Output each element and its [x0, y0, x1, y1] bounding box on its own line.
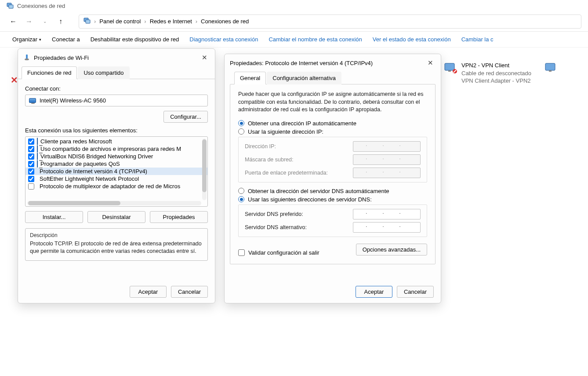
- dns-alt-input[interactable]: . . .: [353, 222, 421, 233]
- list-item[interactable]: Programador de paquetes QoS: [25, 160, 207, 168]
- checkbox-icon: [238, 249, 245, 256]
- radio-icon: [238, 196, 244, 202]
- radio-label: Usar la siguiente dirección IP:: [248, 128, 323, 135]
- connection-name: VPN2 - VPN Client: [461, 62, 531, 69]
- accept-button[interactable]: Aceptar: [130, 286, 167, 298]
- adapter-selector[interactable]: Intel(R) Wireless-AC 9560: [25, 95, 208, 106]
- radio-ip-manual[interactable]: Usar la siguiente dirección IP:: [238, 128, 427, 135]
- connect-to-action[interactable]: Conectar a: [52, 36, 80, 43]
- svg-rect-1: [9, 5, 13, 8]
- gateway-label: Puerta de enlace predeterminada:: [245, 170, 353, 176]
- tab-funciones-de-red[interactable]: Funciones de red: [22, 66, 77, 79]
- list-item[interactable]: Protocolo de multiplexor de adaptador de…: [25, 183, 207, 190]
- back-button[interactable]: ←: [7, 15, 20, 28]
- properties-button[interactable]: Propiedades: [150, 211, 208, 223]
- svg-rect-8: [545, 63, 555, 70]
- item-label: Cliente para redes Microsoft: [40, 138, 112, 145]
- subnet-mask-label: Máscara de subred:: [245, 157, 353, 163]
- radio-ip-auto[interactable]: Obtener una dirección IP automáticamente: [238, 120, 427, 127]
- svg-rect-4: [445, 63, 454, 70]
- crumb-root[interactable]: Panel de control: [99, 18, 141, 25]
- chevron-right-icon: ›: [144, 18, 146, 25]
- up-button[interactable]: ↑: [54, 15, 67, 28]
- dns-preferred-label: Servidor DNS preferido:: [245, 211, 353, 217]
- protocol-icon: [37, 161, 38, 167]
- crumb-mid[interactable]: Redes e Internet: [150, 18, 192, 25]
- gateway-input: . . .: [353, 168, 421, 178]
- list-item[interactable]: Cliente para redes Microsoft: [25, 138, 207, 145]
- organize-menu[interactable]: Organizar: [12, 36, 41, 43]
- description-label: Descripción: [30, 232, 203, 238]
- dns-preferred-input[interactable]: . . .: [353, 209, 421, 219]
- close-button[interactable]: ✕: [425, 58, 436, 68]
- connection-partial[interactable]: [544, 62, 557, 85]
- list-item[interactable]: SoftEther Lightweight Network Protocol: [25, 175, 207, 183]
- control-panel-icon: [83, 17, 91, 26]
- network-elements-listbox[interactable]: Cliente para redes MicrosoftUso comparti…: [25, 136, 208, 207]
- cancel-button[interactable]: Cancelar: [171, 286, 208, 298]
- diagnose-action[interactable]: Diagnosticar esta conexión: [189, 36, 258, 43]
- rename-action[interactable]: Cambiar el nombre de esta conexión: [269, 36, 362, 43]
- vertical-scrollbar[interactable]: [202, 139, 207, 200]
- connection-vpn2[interactable]: VPN2 - VPN Client Cable de red desconect…: [444, 62, 531, 85]
- item-label: SoftEther Lightweight Network Protocol: [40, 175, 139, 182]
- svg-rect-3: [86, 20, 90, 23]
- item-checkbox[interactable]: [28, 176, 34, 182]
- tab-uso-compartido[interactable]: Uso compartido: [78, 66, 129, 79]
- dialog-title: Propiedades de Wi-Fi: [34, 55, 196, 61]
- connection-status: Cable de red desconectado: [461, 69, 531, 77]
- validate-checkbox[interactable]: Validar configuración al salir: [238, 249, 319, 256]
- radio-icon: [238, 188, 244, 194]
- forward-button[interactable]: →: [22, 15, 36, 28]
- description-box: Descripción Protocolo TCP/IP. El protoco…: [25, 228, 208, 261]
- intro-text: Puede hacer que la configuración IP se a…: [238, 91, 427, 114]
- breadcrumb[interactable]: › Panel de control › Redes e Internet › …: [79, 15, 581, 29]
- advanced-options-button[interactable]: Opciones avanzadas...: [356, 244, 427, 256]
- view-status-action[interactable]: Ver el estado de esta conexión: [373, 36, 451, 43]
- cancel-button[interactable]: Cancelar: [397, 286, 434, 298]
- radio-dns-manual[interactable]: Usar las siguientes direcciones de servi…: [238, 196, 427, 203]
- history-dropdown[interactable]: ⌄: [38, 15, 51, 28]
- item-checkbox[interactable]: [28, 146, 34, 152]
- item-checkbox[interactable]: [28, 168, 34, 175]
- item-checkbox[interactable]: [28, 139, 34, 145]
- network-adapter-icon: [444, 62, 458, 76]
- tab-alt-config[interactable]: Configuración alternativa: [267, 72, 341, 84]
- dialog-title: Propiedades: Protocolo de Internet versi…: [230, 60, 421, 66]
- explorer-toolbar: Organizar Conectar a Deshabilitar este d…: [0, 32, 588, 47]
- radio-label: Obtener una dirección IP automáticamente: [248, 120, 356, 127]
- radio-label: Obtener la dirección del servidor DNS au…: [248, 188, 389, 194]
- svg-rect-10: [26, 55, 28, 59]
- list-item[interactable]: Uso compartido de archivos e impresoras …: [25, 145, 207, 153]
- list-item[interactable]: VirtualBox NDIS6 Bridged Networking Driv…: [25, 153, 207, 160]
- install-button[interactable]: Instalar...: [25, 211, 83, 223]
- item-label: Protocolo de Internet versión 4 (TCP/IPv…: [40, 168, 147, 175]
- item-checkbox[interactable]: [28, 153, 34, 160]
- monitor-icon: [29, 98, 36, 103]
- list-item[interactable]: Protocolo de Internet versión 4 (TCP/IPv…: [25, 168, 207, 175]
- radio-icon: [238, 128, 244, 135]
- uninstall-button[interactable]: Desinstalar: [87, 211, 145, 223]
- close-button[interactable]: ✕: [199, 52, 210, 63]
- crumb-leaf[interactable]: Conexiones de red: [201, 18, 249, 25]
- network-connections-icon: [7, 2, 14, 9]
- subnet-mask-input: . . .: [353, 154, 421, 165]
- chevron-right-icon: ›: [196, 18, 197, 25]
- item-checkbox[interactable]: [28, 161, 34, 167]
- radio-label: Usar las siguientes direcciones de servi…: [248, 196, 372, 203]
- elements-label: Esta conexión usa los siguientes element…: [25, 127, 208, 134]
- disable-device-action[interactable]: Deshabilitar este dispositivo de red: [91, 36, 179, 43]
- change-action-truncated[interactable]: Cambiar la c: [461, 36, 494, 43]
- explorer-titlebar: Conexiones de red: [0, 0, 588, 11]
- item-checkbox[interactable]: [28, 183, 34, 190]
- horizontal-scrollbar[interactable]: [27, 201, 201, 205]
- ip-fields-group: Dirección IP: . . . Máscara de subred: .…: [238, 137, 427, 183]
- monitor-icon: [37, 138, 38, 145]
- adapter-name: Intel(R) Wireless-AC 9560: [40, 97, 106, 104]
- tab-general[interactable]: General: [234, 72, 266, 84]
- radio-dns-auto[interactable]: Obtener la dirección del servidor DNS au…: [238, 188, 427, 194]
- accept-button[interactable]: Aceptar: [356, 286, 392, 298]
- connection-adapter: VPN Client Adapter - VPN2: [461, 77, 531, 85]
- chevron-right-icon: ›: [94, 18, 96, 25]
- configure-button[interactable]: Configurar...: [163, 111, 208, 123]
